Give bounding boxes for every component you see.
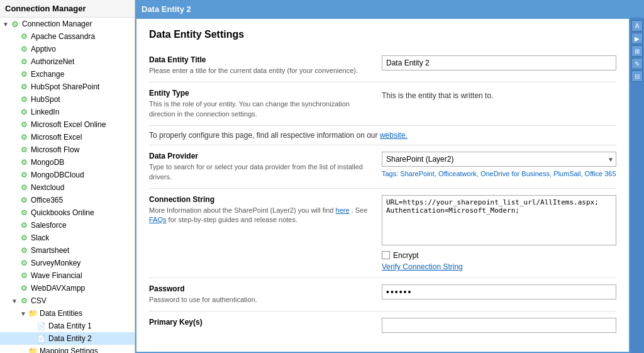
sidebar-item-csv[interactable]: ▼⚙CSV	[0, 294, 135, 307]
tree-icon: ⚙	[19, 145, 29, 155]
primary-keys-input[interactable]	[382, 318, 616, 333]
tree-icon: ⚙	[19, 195, 29, 205]
sidebar-item-hubspot-sharepoint[interactable]: ▶⚙HubSpot SharePoint	[0, 81, 135, 93]
data-provider-row: Data Provider Type to search for or sele…	[149, 145, 616, 189]
expand-arrow[interactable]: ▼	[11, 298, 19, 305]
tree-item-label: Nextcloud	[31, 183, 64, 192]
right-strip-button[interactable]: A	[631, 20, 643, 31]
tree-icon: 📁	[28, 346, 38, 353]
primary-keys-row: Primary Key(s)	[149, 311, 616, 339]
tree-icon: 📄	[36, 321, 47, 331]
conn-desc-mid: . See	[352, 206, 368, 214]
right-strip-button[interactable]: ⊞	[631, 45, 643, 57]
tree-item-label: Office365	[31, 196, 63, 205]
tree-item-label: AuthorizeNet	[31, 57, 74, 66]
sidebar-item-exchange[interactable]: ▶⚙Exchange	[0, 68, 135, 81]
tree-item-label: Quickbooks Online	[31, 208, 94, 217]
tree-icon: 📄	[36, 333, 47, 344]
tree-icon: ⚙	[19, 94, 29, 104]
right-strip-button[interactable]: ⊟	[631, 70, 643, 82]
tree-item-label: WebDAVXampp	[31, 284, 85, 293]
data-provider-label: Data Provider	[149, 152, 369, 160]
tree-icon: ⚙	[19, 31, 29, 42]
sidebar-item-apache-cassandra[interactable]: ▶⚙Apache Cassandra	[0, 30, 135, 43]
password-label: Password	[149, 284, 369, 293]
tree-icon: ⚙	[19, 69, 29, 79]
sidebar-item-surveymonkey[interactable]: ▶⚙SurveyMonkey	[0, 257, 135, 269]
sidebar-item-slack[interactable]: ▶⚙Slack	[0, 232, 135, 244]
conn-desc-suffix: for step-by-step guides and release note…	[169, 216, 297, 223]
sidebar-item-data-entities[interactable]: ▼📁Data Entities	[0, 307, 135, 320]
entity-type-row: Entity Type This is the role of your ent…	[149, 82, 616, 126]
website-link[interactable]: website.	[380, 131, 408, 140]
tree-icon: ⚙	[19, 220, 29, 230]
sidebar-item-mongodb[interactable]: ▶⚙MongoDB	[0, 156, 135, 169]
sidebar-item-data-entity-2[interactable]: ▶📄Data Entity 2	[0, 332, 135, 345]
expand-arrow[interactable]: ▼	[20, 310, 28, 317]
sidebar-item-salesforce[interactable]: ▶⚙Salesforce	[0, 219, 135, 232]
sidebar-header: Connection Manager	[0, 0, 135, 18]
tree-icon: ⚙	[19, 44, 29, 54]
tree-icon: ⚙	[19, 258, 29, 268]
tree-item-label: Apache Cassandra	[31, 32, 95, 41]
entity-type-label: Entity Type	[149, 89, 369, 98]
expand-arrow[interactable]: ▼	[3, 21, 10, 28]
data-entity-title-input[interactable]	[382, 55, 616, 70]
tree-icon: ⚙	[19, 208, 29, 218]
right-strip-button[interactable]: ▶	[631, 33, 643, 44]
sidebar-item-webdavxampp[interactable]: ▶⚙WebDAVXampp	[0, 282, 135, 294]
data-entity-title-label: Data Entity Title	[149, 55, 369, 64]
tree-icon: ⚙	[19, 296, 29, 306]
tree-item-label: Exchange	[31, 70, 64, 79]
connection-string-textarea[interactable]	[382, 195, 616, 245]
sidebar-item-office365[interactable]: ▶⚙Office365	[0, 194, 135, 206]
sidebar-item-mapping-settings[interactable]: ▶📁Mapping Settings	[0, 345, 135, 353]
tree-item-label: Apptivo	[31, 45, 56, 53]
tree-icon: ⚙	[19, 120, 29, 130]
conn-faqs-link[interactable]: FAQs	[149, 216, 167, 223]
sidebar-item-nextcloud[interactable]: ▶⚙Nextcloud	[0, 181, 135, 194]
conn-here-link[interactable]: here	[336, 206, 350, 214]
tree-item-label: Microsoft Excel Online	[31, 120, 106, 129]
sidebar-item-mongodbcloud[interactable]: ▶⚙MongoDBCloud	[0, 169, 135, 181]
password-input[interactable]	[382, 284, 616, 300]
data-provider-select[interactable]: SharePoint (Layer2)CSVSQL ServerExcelRES…	[382, 152, 616, 167]
provider-tags: Tags: SharePoint, Officeatwork, OneDrive…	[382, 170, 616, 177]
data-provider-select-wrapper: SharePoint (Layer2)CSVSQL ServerExcelRES…	[382, 152, 616, 167]
content-area: Data Entity Settings Data Entity Title P…	[135, 18, 630, 353]
sidebar-item-data-entity-1[interactable]: ▶📄Data Entity 1	[0, 320, 135, 332]
sidebar-item-linkedin[interactable]: ▶⚙LinkedIn	[0, 106, 135, 118]
sidebar-item-apptivo[interactable]: ▶⚙Apptivo	[0, 43, 135, 55]
tree-icon: ⚙	[19, 57, 29, 67]
data-provider-description: Type to search for or select your data p…	[149, 162, 369, 182]
entity-type-value: This is the entity that is written to.	[382, 89, 616, 100]
tree-icon: ⚙	[19, 170, 29, 180]
password-description: Password to use for authentication.	[149, 295, 369, 305]
tree-icon: 📁	[28, 308, 38, 318]
right-strip-button[interactable]: ✎	[631, 58, 643, 69]
tree-item-label: Microsoft Excel	[31, 133, 82, 142]
connection-string-wrapper	[382, 195, 616, 247]
tree-item-label: Slack	[31, 233, 49, 242]
sidebar-item-hubspot[interactable]: ▶⚙HubSpot	[0, 93, 135, 106]
sidebar-item-quickbooks-online[interactable]: ▶⚙Quickbooks Online	[0, 206, 135, 219]
tree-item-label: LinkedIn	[31, 108, 59, 116]
tree-item-label: Data Entity 2	[48, 334, 92, 343]
sidebar-item-microsoft-flow[interactable]: ▶⚙Microsoft Flow	[0, 143, 135, 156]
sidebar-item-connection-manager[interactable]: ▼⚙Connection Manager	[0, 18, 135, 30]
verify-connection-link[interactable]: Verify Connection String	[382, 262, 616, 271]
connection-string-label: Connection String	[149, 195, 369, 204]
title-bar: Data Entity 2	[135, 0, 644, 18]
sidebar: Connection Manager ▼⚙Connection Manager▶…	[0, 0, 135, 353]
tree-item-label: Microsoft Flow	[31, 145, 79, 154]
data-entity-title-row: Data Entity Title Please enter a title f…	[149, 49, 616, 82]
sidebar-item-microsoft-excel[interactable]: ▶⚙Microsoft Excel	[0, 131, 135, 143]
section-title: Data Entity Settings	[149, 29, 616, 40]
sidebar-item-wave-financial[interactable]: ▶⚙Wave Financial	[0, 269, 135, 282]
tree-item-label: Salesforce	[31, 221, 67, 230]
data-entity-title-description: Please enter a title for the current dat…	[149, 66, 369, 76]
encrypt-checkbox[interactable]	[382, 251, 390, 259]
sidebar-item-authorizenet[interactable]: ▶⚙AuthorizeNet	[0, 55, 135, 68]
sidebar-item-microsoft-excel-online[interactable]: ▶⚙Microsoft Excel Online	[0, 118, 135, 131]
sidebar-item-smartsheet[interactable]: ▶⚙Smartsheet	[0, 244, 135, 257]
